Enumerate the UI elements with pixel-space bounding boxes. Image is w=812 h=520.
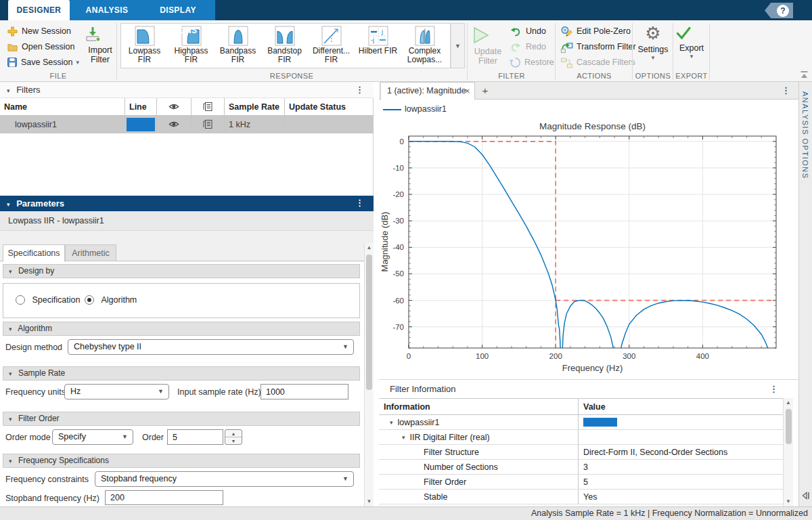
order-mode-dropdown[interactable]: Specify ▼ [52,429,133,445]
legend-label[interactable]: lowpassiir1 [405,104,447,114]
col-visibility[interactable] [157,98,191,115]
chevron-down-icon[interactable]: ▾ [76,59,79,66]
new-plot-tab-button[interactable]: + [476,82,494,100]
cascade-filters-button[interactable]: Cascade Filters [560,56,635,69]
response-bandstop-fir[interactable]: BandstopFIR [261,24,308,68]
collapse-arrow-icon[interactable]: ▾ [402,434,405,441]
scrollbar-thumb[interactable] [366,255,372,390]
step-up-icon[interactable]: ▲ [225,430,242,437]
col-update-status[interactable]: Update Status [285,98,374,115]
scroll-down-button[interactable]: ▼ [365,497,374,506]
col-sample-rate[interactable]: Sample Rate [225,98,285,115]
response-bandpass-fir[interactable]: BandpassFIR [215,24,261,68]
col-line[interactable]: Line [125,98,157,115]
restore-button[interactable]: Restore [509,56,554,69]
help-icon[interactable]: ? [777,5,789,17]
section-filter-order[interactable]: ▾ Filter Order [3,412,360,426]
analysis-options-strip: ANALYSIS OPTIONS [798,82,812,506]
scroll-up-button[interactable]: ▲ [784,398,793,408]
col-value[interactable]: Value [579,399,783,414]
tab-specifications[interactable]: Specifications [3,244,65,262]
filter-row-lowpassiir1[interactable]: lowpassiir1 1 kHz [0,116,374,133]
collapse-arrow-icon[interactable]: ▾ [7,201,10,208]
dock-panel-button[interactable] [801,492,810,500]
filters-menu-kebab-icon[interactable]: ⋮ [355,85,364,94]
redo-button[interactable]: Redo [509,40,546,53]
magnitude-response-chart[interactable]: 01002003004000-10-20-30-40-50-60-70Magni… [379,119,798,379]
import-filter-button[interactable]: Import Filter [84,26,116,64]
complex-fir-icon [415,26,435,46]
export-button[interactable]: Export ▾ [675,25,708,60]
magnitude-plot[interactable]: 01002003004000-10-20-30-40-50-60-70Magni… [379,119,798,379]
info-row-filter-order[interactable]: Filter Order5 [379,475,783,490]
transform-filter-button[interactable]: Transform Filter [560,40,636,53]
collapse-arrow-icon[interactable]: ▾ [7,87,10,94]
section-sample-rate[interactable]: ▾ Sample Rate [3,366,360,381]
minimize-ribbon-button[interactable] [800,70,809,79]
parameters-panel-header[interactable]: ▾ Parameters ⋮ [0,196,374,211]
tab-magnitude[interactable]: 1 (active): Magnitude ✕ [380,82,475,100]
section-design-by[interactable]: ▾ Design by [3,264,360,278]
gallery-expand-button[interactable]: ▼ [451,23,465,68]
radio-algorithm[interactable]: Algorithm [85,295,137,305]
info-menu-kebab-icon[interactable]: ⋮ [769,385,778,393]
filter-information-header[interactable]: Filter Information ⋮ [379,379,798,398]
line-color-swatch[interactable] [583,418,617,427]
col-name[interactable]: Name [0,98,125,115]
stopband-frequency-field[interactable] [105,490,223,505]
update-filter-button[interactable]: Update Filter [471,26,505,66]
section-frequency-specifications[interactable]: ▾ Frequency Specifications [3,454,360,468]
settings-button[interactable]: ⚙ Settings ▾ [635,24,671,61]
frequency-units-dropdown[interactable]: Hz ▼ [64,384,169,399]
edit-pole-zero-button[interactable]: Edit Pole-Zero [560,24,631,38]
tab-display-options[interactable]: DISPLAY OPTIONS [141,0,215,20]
response-differentiator-fir[interactable]: Different...FIR [308,24,355,68]
response-hilbert-fir[interactable]: j-jHilbert FIR [355,24,401,68]
tab-designer[interactable]: DESIGNER [8,0,70,20]
plot-menu-kebab-icon[interactable]: ⋮ [782,86,790,95]
step-down-icon[interactable]: ▼ [225,437,242,445]
info-row-filter-structure[interactable]: Filter StructureDirect-Form II, Second-O… [379,445,783,460]
radio-selected-icon[interactable] [85,295,94,305]
design-method-dropdown[interactable]: Chebyshev type II ▼ [68,339,354,355]
visibility-cell[interactable] [157,116,191,133]
scroll-down-button[interactable]: ▼ [784,497,793,506]
line-color-swatch[interactable] [127,118,155,131]
open-session-button[interactable]: Open Session [7,40,75,53]
input-sample-rate-field[interactable] [261,384,348,399]
scrollbar-thumb[interactable] [786,409,792,444]
line-color-cell[interactable] [125,116,157,133]
info-label: Stable [424,492,447,502]
analysis-options-tab[interactable]: ANALYSIS OPTIONS [801,91,809,179]
scroll-up-button[interactable]: ▲ [365,243,374,253]
info-row-stable[interactable]: StableYes [379,490,783,504]
col-information[interactable]: Information [379,399,579,414]
tab-arithmetic[interactable]: Arithmetic [65,244,116,261]
save-session-button[interactable]: Save Session ▾ [7,56,79,69]
close-tab-icon[interactable]: ✕ [465,83,470,100]
info-value: 5 [583,477,588,487]
info-cell[interactable] [191,116,225,133]
radio-specification[interactable]: Specification [16,295,80,305]
filters-panel-header[interactable]: ▾ Filters ⋮ [0,82,374,98]
gallery-item-label: BandpassFIR [215,47,261,64]
info-row-iir-digital-filter-real-[interactable]: ▾IIR Digital Filter (real) [379,430,783,445]
info-label: Filter Structure [424,448,479,457]
tab-analysis[interactable]: ANALYSIS [73,0,141,20]
parameters-scrollbar[interactable]: ▲ ▼ [364,243,374,506]
collapse-arrow-icon[interactable]: ▾ [390,419,393,426]
col-info[interactable] [191,98,225,115]
response-complex-lowpass[interactable]: ComplexLowpas... [401,24,448,68]
order-field[interactable] [167,429,223,445]
info-scrollbar[interactable]: ▲ ▼ [783,398,793,506]
info-row-lowpassiir1[interactable]: ▾lowpassiir1 [379,415,783,430]
parameters-menu-kebab-icon[interactable]: ⋮ [355,198,364,207]
order-stepper[interactable]: ▲ ▼ [225,429,242,445]
radio-icon[interactable] [16,295,25,305]
info-row-number-of-sections[interactable]: Number of Sections3 [379,460,783,475]
new-session-button[interactable]: New Session [7,24,71,38]
section-algorithm[interactable]: ▾ Algorithm [3,322,360,336]
undo-button[interactable]: Undo [509,24,546,38]
help-button[interactable]: ? [765,3,793,18]
frequency-constraints-dropdown[interactable]: Stopband frequency ▼ [95,471,354,487]
